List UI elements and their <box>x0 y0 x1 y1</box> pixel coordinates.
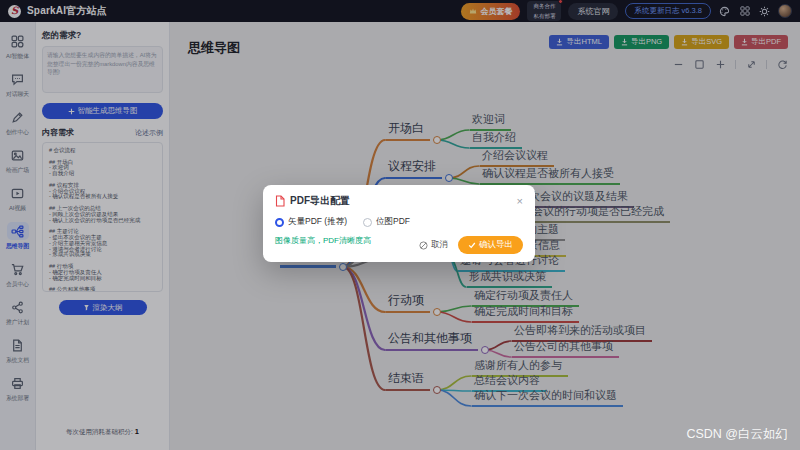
radio-vector-pdf[interactable]: 矢量PDF (推荐) <box>275 216 347 228</box>
confirm-export-button[interactable]: 确认导出 <box>458 236 523 254</box>
close-icon[interactable]: × <box>517 196 523 207</box>
dialog-title: PDF导出配置 <box>290 194 350 208</box>
radio-selected-dot <box>275 218 284 227</box>
pdf-export-dialog: PDF导出配置 × 矢量PDF (推荐) 位图PDF 图像质量高，PDF清晰度高… <box>263 185 535 262</box>
cancel-button[interactable]: 取消 <box>419 239 448 251</box>
radio-bitmap-pdf[interactable]: 位图PDF <box>363 216 410 228</box>
watermark: CSDN @白云如幻 <box>686 426 788 443</box>
check-icon <box>468 241 476 249</box>
cancel-icon <box>419 241 428 250</box>
pdf-file-icon <box>275 195 285 207</box>
radio-unselected-dot <box>363 218 372 227</box>
